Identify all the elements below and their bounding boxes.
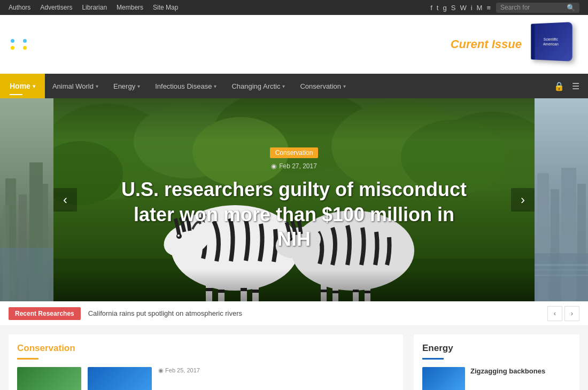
nav-changing-arctic[interactable]: Changing Arctic ▾ <box>224 74 292 98</box>
slider-next-button[interactable]: › <box>511 188 535 212</box>
recent-next-button[interactable]: › <box>564 306 579 321</box>
nav-home-label: Home <box>10 82 30 90</box>
energy-title: Energy <box>422 343 571 354</box>
energy-article-info: Zigzagging backbones <box>470 367 545 375</box>
nav-energy[interactable]: Energy ▾ <box>106 74 148 98</box>
instagram-icon[interactable]: i <box>471 4 473 12</box>
svg-rect-47 <box>535 275 588 276</box>
energy-article-row: Zigzagging backbones <box>422 367 571 390</box>
magazine-cover: ScientificAmerican <box>529 23 577 66</box>
conservation-underline <box>17 358 38 360</box>
header: Curent Issue ScientificAmerican <box>0 15 588 74</box>
slider-content: Conservation ◉ Feb 27, 2017 U.S. researc… <box>53 98 535 301</box>
top-bar-right: f t g S W i M ≡ 🔍 <box>430 3 579 13</box>
nav-infectious-disease[interactable]: Infectious Disease ▾ <box>148 74 224 98</box>
magazine-book: ScientificAmerican <box>531 22 572 61</box>
recent-label[interactable]: Recent Researches <box>9 307 81 320</box>
recent-nav: ‹ › <box>547 306 579 321</box>
svg-rect-46 <box>535 269 588 271</box>
nav-changing-arctic-arrow: ▾ <box>282 83 285 89</box>
city-left-bg <box>0 98 53 301</box>
social-icons: f t g S W i M ≡ <box>430 4 491 12</box>
slide-preview-left <box>0 98 53 301</box>
stumble-icon[interactable]: S <box>451 4 456 12</box>
nav-conservation-label: Conservation <box>300 82 341 90</box>
magazine-text: ScientificAmerican <box>543 37 559 47</box>
logo-dot-1 <box>11 39 14 43</box>
city-right-bg <box>535 98 588 301</box>
twitter-icon[interactable]: t <box>437 4 439 12</box>
nav-infectious-disease-label: Infectious Disease <box>155 82 212 90</box>
logo-dot-2 <box>23 39 27 43</box>
nav-animal-world[interactable]: Animal World ▾ <box>45 74 106 98</box>
facebook-icon[interactable]: f <box>430 4 432 12</box>
nav-home[interactable]: Home ▾ <box>0 74 45 98</box>
slider-main: Conservation ◉ Feb 27, 2017 U.S. researc… <box>53 98 535 301</box>
svg-rect-5 <box>0 248 53 301</box>
nav-infectious-disease-arrow: ▾ <box>214 83 216 89</box>
logo-dot-3 <box>11 46 14 50</box>
nav-animal-world-label: Animal World <box>52 82 94 90</box>
wordpress-icon[interactable]: W <box>460 4 466 12</box>
main-nav: Home ▾ Animal World ▾ Energy ▾ Infectiou… <box>0 74 588 98</box>
search-input[interactable] <box>500 4 564 11</box>
nav-conservation-arrow: ▾ <box>343 83 346 89</box>
nav-animal-world-arrow: ▾ <box>96 83 98 89</box>
content-area: Conservation ◉ Feb 25, 2017 Energy Zigza… <box>0 326 588 390</box>
slider-wrapper: Conservation ◉ Feb 27, 2017 U.S. researc… <box>0 98 588 301</box>
energy-thumb <box>422 367 465 390</box>
energy-section: Energy Zigzagging backbones <box>414 334 579 390</box>
slider-date-text: Feb 27, 2017 <box>279 162 317 170</box>
medium-icon[interactable]: M <box>477 4 483 12</box>
logo-area <box>11 39 32 50</box>
conservation-thumb-1 <box>17 367 81 390</box>
hamburger-icon[interactable]: ☰ <box>572 81 579 91</box>
google-icon[interactable]: g <box>443 4 446 12</box>
slider-category-badge[interactable]: Conservation <box>270 147 319 158</box>
nav-sitemap[interactable]: Site Map <box>153 4 178 11</box>
nav-items: Animal World ▾ Energy ▾ Infectious Disea… <box>45 74 353 98</box>
slider-prev-button[interactable]: ‹ <box>53 188 77 212</box>
nav-energy-label: Energy <box>113 82 135 90</box>
nav-home-arrow: ▾ <box>33 83 35 89</box>
slider-title: U.S. researchers guilty of misconduct la… <box>118 177 470 252</box>
top-bar: Authors Advertisers Librarian Members Si… <box>0 0 588 15</box>
nav-changing-arctic-label: Changing Arctic <box>231 82 280 90</box>
nav-members[interactable]: Members <box>117 4 143 11</box>
svg-rect-45 <box>535 264 588 266</box>
current-issue[interactable]: Curent Issue ScientificAmerican <box>451 23 577 66</box>
random-icon[interactable]: ≡ <box>486 4 491 12</box>
conservation-article-row: ◉ Feb 25, 2017 <box>17 367 394 390</box>
search-button[interactable]: 🔍 <box>567 4 575 12</box>
current-issue-label: Curent Issue <box>451 37 522 51</box>
recent-text: California rains put spotlight on atmosp… <box>88 309 540 317</box>
search-box[interactable]: 🔍 <box>496 3 579 13</box>
slider-date: ◉ Feb 27, 2017 <box>271 162 317 170</box>
conservation-section: Conservation ◉ Feb 25, 2017 <box>9 334 403 390</box>
nav-energy-arrow: ▾ <box>137 83 140 89</box>
logo-dots <box>11 39 32 50</box>
conservation-article-date: ◉ Feb 25, 2017 <box>158 367 394 374</box>
nav-authors[interactable]: Authors <box>9 4 30 11</box>
svg-rect-44 <box>535 253 588 301</box>
clock-icon: ◉ <box>271 162 276 170</box>
energy-article-title: Zigzagging backbones <box>470 367 545 375</box>
top-nav: Authors Advertisers Librarian Members Si… <box>9 4 178 11</box>
conservation-title: Conservation <box>17 343 394 354</box>
nav-advertisers[interactable]: Advertisers <box>40 4 72 11</box>
nav-conservation[interactable]: Conservation ▾ <box>292 74 353 98</box>
conservation-thumb-2 <box>88 367 152 390</box>
conservation-article-info: ◉ Feb 25, 2017 <box>158 367 394 376</box>
nav-right: 🔒 ☰ <box>554 81 588 91</box>
slide-preview-right <box>535 98 588 301</box>
nav-librarian[interactable]: Librarian <box>82 4 107 11</box>
logo-dot-4 <box>23 46 27 50</box>
recent-bar: Recent Researches California rains put s… <box>0 301 588 326</box>
energy-underline <box>422 358 444 360</box>
lock-icon[interactable]: 🔒 <box>554 81 564 91</box>
recent-prev-button[interactable]: ‹ <box>547 306 562 321</box>
